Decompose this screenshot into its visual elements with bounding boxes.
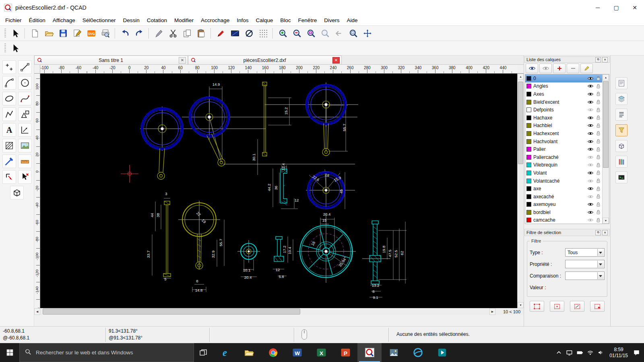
layer-lock-icon[interactable] xyxy=(596,76,601,81)
solid-tool-button[interactable] xyxy=(10,186,24,200)
layer-lock-icon[interactable] xyxy=(596,123,601,128)
delete-entity-button[interactable] xyxy=(152,27,165,40)
layer-visibility-eye-icon[interactable] xyxy=(587,194,594,199)
menu-fenetre[interactable]: Fenêtre xyxy=(295,16,321,25)
layer-lock-icon[interactable] xyxy=(596,194,601,199)
layer-color-swatch[interactable] xyxy=(526,202,531,207)
wifi-icon[interactable] xyxy=(587,349,594,356)
panel-views-button[interactable] xyxy=(615,109,627,121)
layer-row-palier[interactable]: Palier xyxy=(525,145,602,153)
menu-sel0ectionner[interactable]: Sél0ectionner xyxy=(79,16,120,25)
taskbar-search[interactable]: Rechercher sur le web et dans Windows xyxy=(19,343,194,362)
divide-tool-button[interactable] xyxy=(18,154,32,168)
hide-all-layers-button[interactable] xyxy=(539,64,552,73)
layer-visibility-eye-icon[interactable] xyxy=(587,131,594,136)
chevron-up-icon[interactable] xyxy=(555,349,562,356)
layer-lock-icon[interactable] xyxy=(596,139,601,144)
menu-affichage[interactable]: Affichage xyxy=(49,16,79,25)
layer-row-paliercache[interactable]: Paliercaché xyxy=(525,153,602,161)
layer-visibility-eye-icon[interactable] xyxy=(587,107,594,112)
layer-lock-icon[interactable] xyxy=(596,202,601,207)
layer-color-swatch[interactable] xyxy=(526,210,531,215)
filter-dropdown-propriete-[interactable] xyxy=(565,260,605,268)
layer-visibility-eye-icon[interactable] xyxy=(587,210,594,215)
document-tab-sans-titre-1[interactable]: Sans titre 1✕ xyxy=(34,56,188,65)
undo-button[interactable] xyxy=(118,27,132,40)
print-preview-button[interactable] xyxy=(99,27,112,40)
layer-row-volant[interactable]: Volant xyxy=(525,169,602,177)
filter-dropdown-type-[interactable]: Tous xyxy=(565,248,605,257)
layer-row-axemoyeu[interactable]: axemoyeu xyxy=(525,201,602,209)
horizontal-scroll-thumb[interactable] xyxy=(43,309,300,315)
taskbar-clock[interactable]: 8:59 01/11/15 xyxy=(609,347,628,359)
arc-tool-button[interactable] xyxy=(2,76,16,90)
layer-visibility-eye-icon[interactable] xyxy=(587,147,594,152)
layer-row-camcache[interactable]: camcache xyxy=(525,216,602,224)
layer-row-axes[interactable]: Axes xyxy=(525,90,602,98)
pan-button[interactable] xyxy=(361,27,374,40)
layer-row-bield-excent[interactable]: Bield'excent xyxy=(525,98,602,106)
layer-visibility-eye-icon[interactable] xyxy=(587,202,594,207)
volume-icon[interactable] xyxy=(597,349,604,356)
selection-filter-2-button[interactable] xyxy=(550,301,564,312)
selection-tool-button[interactable] xyxy=(8,27,22,40)
menu-divers[interactable]: Divers xyxy=(320,16,343,25)
layer-lock-icon[interactable] xyxy=(596,186,601,191)
image-tool-button[interactable] xyxy=(18,139,32,152)
layer-lock-icon[interactable] xyxy=(596,107,601,113)
layer-row-axecache[interactable]: axecaché xyxy=(525,193,602,201)
document-tab-piecesescollier2-dxf[interactable]: piècesEscollier2.dxf✕ xyxy=(188,56,342,65)
menu-infos[interactable]: Infos xyxy=(233,16,252,25)
display-icon[interactable] xyxy=(566,349,573,356)
float-panel-icon[interactable]: ⧉ xyxy=(595,57,601,62)
minimize-button[interactable]: ─ xyxy=(588,0,607,15)
float-panel-icon[interactable]: ⧉ xyxy=(595,230,601,235)
paste-button[interactable] xyxy=(194,27,208,40)
taskbar-app-excel[interactable]: X xyxy=(309,343,333,362)
scroll-left-arrow[interactable]: ◀ xyxy=(34,308,40,315)
layer-visibility-eye-icon[interactable] xyxy=(587,92,594,97)
layer-lock-icon[interactable] xyxy=(596,131,601,136)
save-file-button[interactable] xyxy=(56,27,70,40)
menu-calque[interactable]: Calque xyxy=(252,16,277,25)
scroll-right-arrow[interactable]: ▶ xyxy=(489,308,495,315)
cut-button[interactable] xyxy=(166,27,180,40)
layer-list-scrollbar[interactable]: ▲ ▼ xyxy=(602,74,609,224)
layer-lock-icon[interactable] xyxy=(596,99,601,105)
zoom-out-button[interactable] xyxy=(290,27,303,40)
layer-row-0[interactable]: 0 xyxy=(525,74,602,82)
line-tool-button[interactable] xyxy=(18,60,32,74)
task-view-button[interactable] xyxy=(194,343,213,362)
layer-color-swatch[interactable] xyxy=(526,218,531,222)
taskbar-app-edge[interactable]: e xyxy=(213,343,237,362)
layer-visibility-eye-icon[interactable] xyxy=(587,179,594,183)
open-file-button[interactable] xyxy=(42,27,56,40)
measure-tool-button[interactable] xyxy=(2,154,16,168)
polyline-tool-button[interactable] xyxy=(2,107,16,121)
layer-scroll-thumb[interactable] xyxy=(603,81,609,168)
layer-color-swatch[interactable] xyxy=(526,123,531,128)
layer-color-swatch[interactable] xyxy=(526,186,531,191)
panel-filter-button[interactable] xyxy=(615,124,627,136)
selection-filter-4-button[interactable] xyxy=(590,301,605,312)
show-all-layers-button[interactable] xyxy=(526,64,538,73)
panel-commandline-button[interactable] xyxy=(615,171,627,183)
taskbar-app-explorer[interactable] xyxy=(237,343,261,362)
toolbar-handle[interactable] xyxy=(4,29,6,38)
hscroll-track[interactable] xyxy=(300,308,489,315)
layer-lock-icon[interactable] xyxy=(596,170,601,175)
shape-tool-button[interactable] xyxy=(18,107,32,121)
layer-color-swatch[interactable] xyxy=(526,139,531,144)
layer-lock-icon[interactable] xyxy=(596,178,601,183)
selection-filter-1-button[interactable] xyxy=(530,301,544,312)
taskbar-app-word[interactable]: W xyxy=(285,343,309,362)
menu-cotation[interactable]: Cotation xyxy=(143,16,171,25)
panel-blocks-button[interactable] xyxy=(615,140,627,152)
layer-lock-icon[interactable] xyxy=(596,147,601,152)
scroll-down-arrow[interactable]: ▼ xyxy=(518,302,524,308)
selection-tool-2-button[interactable] xyxy=(8,42,22,55)
menu-dessin[interactable]: Dessin xyxy=(119,16,143,25)
layer-color-swatch[interactable] xyxy=(526,100,531,105)
layer-visibility-eye-icon[interactable] xyxy=(587,162,594,167)
layer-visibility-eye-icon[interactable] xyxy=(587,84,594,88)
